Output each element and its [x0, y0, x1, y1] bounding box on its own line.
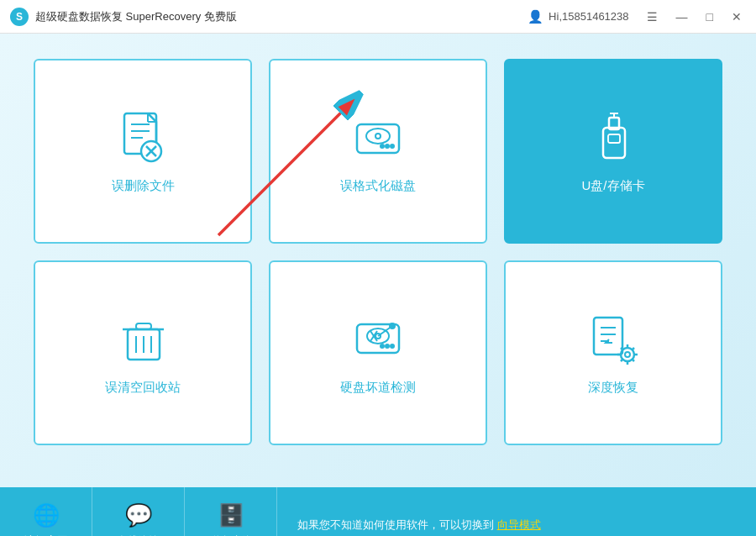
grid-item-deeprecover[interactable]: 深度恢复 [504, 260, 722, 445]
usb-label: U盘/存储卡 [582, 178, 645, 194]
svg-point-33 [381, 344, 384, 348]
globe-icon: 🌐 [33, 502, 60, 528]
svg-point-12 [391, 145, 394, 148]
svg-point-31 [391, 344, 394, 348]
close-button[interactable]: ✕ [727, 8, 746, 25]
window-controls: ☰ — □ ✕ [643, 8, 746, 25]
grid-item-recycle[interactable]: 误清空回收站 [34, 260, 252, 445]
grid-item-format[interactable]: 误格式化磁盘 [269, 59, 487, 244]
recycle-label: 误清空回收站 [105, 380, 181, 396]
svg-line-47 [632, 359, 634, 361]
website-button[interactable]: 🌐 访问官网 [0, 487, 92, 536]
grid-item-delete[interactable]: 误删除文件 [34, 59, 252, 244]
delete-label: 误删除文件 [112, 178, 175, 194]
grid-item-usb[interactable]: U盘/存储卡 [504, 59, 722, 244]
footer-link[interactable]: 向导模式 [497, 518, 541, 531]
svg-point-32 [386, 344, 389, 348]
app-logo: S [10, 8, 29, 26]
deeprecover-icon [584, 311, 643, 370]
disk-icon: 🗄️ [218, 502, 244, 528]
consult-button[interactable]: 💬 在线咨询 [92, 487, 185, 536]
format-icon [349, 109, 407, 168]
user-name: Hi,15851461238 [549, 10, 628, 23]
feature-grid: 误删除文件 误格式化磁盘 [34, 59, 722, 445]
app-title: 超级硬盘数据恢复 SuperRecovery 免费版 [35, 9, 237, 24]
format-label: 误格式化磁盘 [340, 178, 416, 194]
chat-icon: 💬 [125, 502, 152, 528]
main-content: 误删除文件 误格式化磁盘 [0, 34, 756, 487]
footer: 🌐 访问官网 💬 在线咨询 🗄️ 磁盘克隆 如果您不知道如何使用软件，可以切换到… [0, 487, 756, 536]
svg-rect-36 [594, 318, 622, 355]
user-icon: 👤 [528, 9, 543, 24]
grid-item-badtrack[interactable]: 硬盘坏道检测 [269, 260, 487, 445]
footer-message-text: 如果您不知道如何使用软件，可以切换到 [297, 518, 494, 531]
menu-button[interactable]: ☰ [643, 8, 662, 25]
delete-icon [113, 109, 172, 168]
title-bar-right: 👤 Hi,15851461238 ☰ — □ ✕ [528, 8, 746, 25]
footer-message: 如果您不知道如何使用软件，可以切换到 向导模式 [277, 518, 756, 533]
svg-rect-19 [608, 134, 620, 143]
svg-point-41 [625, 352, 630, 357]
svg-point-14 [381, 145, 384, 148]
badtrack-icon [349, 311, 407, 370]
svg-line-48 [632, 348, 634, 350]
website-label: 访问官网 [24, 533, 68, 537]
svg-point-11 [375, 134, 381, 139]
svg-point-13 [386, 145, 389, 148]
recycle-icon [113, 311, 172, 370]
title-bar-left: S 超级硬盘数据恢复 SuperRecovery 免费版 [10, 8, 237, 26]
svg-point-10 [366, 129, 390, 144]
usb-icon [584, 109, 643, 168]
minimize-button[interactable]: — [672, 8, 692, 25]
title-bar: S 超级硬盘数据恢复 SuperRecovery 免费版 👤 Hi,158514… [0, 0, 756, 34]
clone-button[interactable]: 🗄️ 磁盘克隆 [185, 487, 277, 536]
badtrack-label: 硬盘坏道检测 [340, 380, 416, 396]
user-info: 👤 Hi,15851461238 [528, 9, 628, 24]
svg-line-49 [621, 359, 623, 361]
deeprecover-label: 深度恢复 [588, 380, 638, 396]
consult-label: 在线咨询 [117, 533, 160, 537]
svg-point-30 [390, 323, 395, 328]
clone-label: 磁盘克隆 [209, 533, 253, 537]
maximize-button[interactable]: □ [702, 8, 717, 25]
